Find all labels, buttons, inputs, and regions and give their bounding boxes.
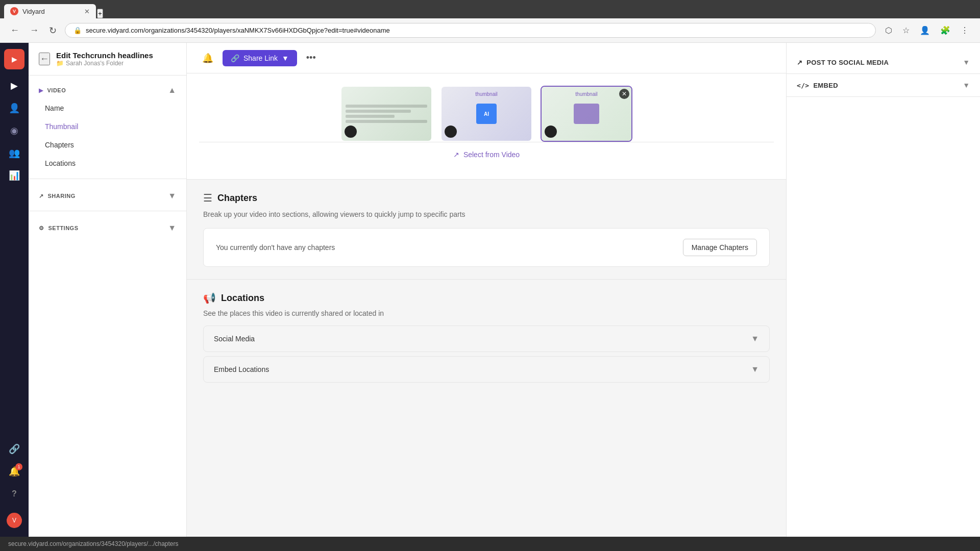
sidebar-item-team[interactable]: 👥 <box>4 143 24 163</box>
chapters-description: Break up your video into sections, allow… <box>203 209 770 220</box>
social-media-header[interactable]: Social Media ▼ <box>204 326 769 352</box>
thumbnail-grid: thumbnail AI thumbnail <box>199 86 774 142</box>
thumbnail-item-2[interactable]: thumbnail AI <box>440 86 532 142</box>
chapters-section: ☰ Chapters Break up your video into sect… <box>187 179 786 279</box>
browser-actions: ⬡ ☆ 👤 🧩 ⋮ <box>882 22 972 38</box>
cast-button[interactable]: ⬡ <box>882 22 895 38</box>
nav-section-sharing: ↗ SHARING ▼ <box>29 181 186 209</box>
nav-item-locations[interactable]: Locations <box>29 154 186 172</box>
sharing-section-header[interactable]: ↗ SHARING ▼ <box>29 185 186 205</box>
social-media-expandable[interactable]: Social Media ▼ <box>203 325 770 352</box>
thumbnail-play-indicator-2 <box>445 126 457 138</box>
locations-section: 📢 Locations See the places this video is… <box>187 279 786 396</box>
status-bar: secure.vidyard.com/organizations/3454320… <box>0 537 980 551</box>
nav-subtitle: 📁 Sarah Jonas's Folder <box>56 60 153 67</box>
social-media-chevron-icon: ▼ <box>751 334 759 343</box>
back-nav-button[interactable]: ← <box>8 23 21 38</box>
logo-icon: ▶ <box>12 55 17 63</box>
nav-item-name[interactable]: Name <box>29 99 186 117</box>
sidebar-item-insights[interactable]: 📊 <box>4 165 24 186</box>
nav-title: Edit Techcrunch headlines <box>56 51 153 60</box>
sidebar-item-analytics[interactable]: ◉ <box>4 120 24 141</box>
embed-chevron-icon: ▼ <box>963 81 970 89</box>
menu-button[interactable]: ⋮ <box>958 22 972 38</box>
contacts-icon: 👤 <box>9 103 20 114</box>
sidebar-item-video[interactable]: ▶ <box>4 76 24 96</box>
close-tab-icon[interactable]: ✕ <box>84 8 90 15</box>
locations-header: 📢 Locations <box>203 292 770 304</box>
chapters-empty-text: You currently don't have any chapters <box>216 243 335 252</box>
chapters-section-header: ☰ Chapters <box>203 192 770 204</box>
team-icon: 👥 <box>9 147 20 159</box>
locations-description: See the places this video is currently s… <box>203 309 770 317</box>
sharing-icon: ↗ <box>39 193 44 199</box>
chapters-title: Chapters <box>217 193 257 204</box>
post-social-icon: ↗ <box>797 59 802 66</box>
nav-header: ← Edit Techcrunch headlines 📁 Sarah Jona… <box>29 43 186 76</box>
nav-item-thumbnail[interactable]: Thumbnail <box>29 117 186 136</box>
nav-back-button[interactable]: ← <box>39 53 50 65</box>
embed-icon: </> <box>797 82 809 89</box>
settings-section-header[interactable]: ⚙ SETTINGS ▼ <box>29 217 186 237</box>
bell-button[interactable]: 🔔 <box>199 49 216 67</box>
social-media-label: Social Media <box>214 335 255 343</box>
thumb-line <box>346 110 411 113</box>
sidebar-item-integrations[interactable]: 🔗 <box>4 439 24 459</box>
manage-chapters-button[interactable]: Manage Chapters <box>683 239 757 256</box>
chapters-icon: ☰ <box>203 192 212 204</box>
nav-item-chapters[interactable]: Chapters <box>29 136 186 154</box>
thumbnail-play-indicator <box>345 126 357 138</box>
address-bar-row: ← → ↻ 🔒 secure.vidyard.com/organizations… <box>0 18 980 43</box>
locations-title: Locations <box>221 293 264 304</box>
bookmark-button[interactable]: ☆ <box>899 22 913 38</box>
thumb-line <box>346 105 427 108</box>
select-from-video-label: Select from Video <box>463 151 520 159</box>
address-bar[interactable]: 🔒 secure.vidyard.com/organizations/34543… <box>65 23 876 38</box>
tab-bar: V Vidyard ✕ + <box>0 0 980 18</box>
thumbnail-label-2: thumbnail <box>475 91 497 97</box>
icon-sidebar: ▶ ▶ 👤 ◉ 👥 📊 🔗 🔔 1 ? V <box>0 43 29 537</box>
sidebar-logo[interactable]: ▶ <box>4 49 24 69</box>
status-url: secure.vidyard.com/organizations/3454320… <box>8 540 179 547</box>
lock-icon: 🔒 <box>74 27 82 34</box>
sidebar-item-notifications[interactable]: 🔔 1 <box>4 461 24 482</box>
share-link-button[interactable]: 🔗 Share Link ▼ <box>223 50 297 66</box>
active-tab[interactable]: V Vidyard ✕ <box>4 4 96 18</box>
embed-locations-chevron-icon: ▼ <box>751 365 759 374</box>
thumbnail-item-1[interactable] <box>340 86 432 142</box>
embed-locations-header[interactable]: Embed Locations ▼ <box>204 357 769 382</box>
app-container: ▶ ▶ 👤 ◉ 👥 📊 🔗 🔔 1 ? V <box>0 43 980 537</box>
settings-section-toggle-icon: ▼ <box>168 223 176 233</box>
sidebar-item-contacts[interactable]: 👤 <box>4 98 24 118</box>
favicon: V <box>10 7 18 15</box>
more-actions-button[interactable]: ••• <box>303 49 319 66</box>
video-section-header[interactable]: ▶ VIDEO ▲ <box>29 80 186 99</box>
select-from-video-button[interactable]: ↗ Select from Video <box>199 142 774 167</box>
refresh-nav-button[interactable]: ↻ <box>47 23 59 38</box>
sidebar-item-brand[interactable]: V <box>4 510 24 531</box>
brand-icon: V <box>7 513 22 528</box>
url-text: secure.vidyard.com/organizations/3454320… <box>86 27 867 34</box>
embed-locations-expandable[interactable]: Embed Locations ▼ <box>203 356 770 383</box>
integrations-icon: 🔗 <box>9 443 20 455</box>
thumbnail-remove-button[interactable]: ✕ <box>619 89 629 99</box>
new-tab-button[interactable]: + <box>97 9 103 18</box>
tab-title: Vidyard <box>22 8 45 15</box>
thumb-line <box>346 120 427 123</box>
right-panel-embed[interactable]: </> EMBED ▼ <box>787 74 980 97</box>
right-panel: ↗ POST TO SOCIAL MEDIA ▼ </> EMBED ▼ <box>786 43 980 537</box>
profile-button[interactable]: 👤 <box>917 22 933 38</box>
nav-breadcrumb: Sarah Jonas's Folder <box>66 60 124 67</box>
nav-divider-1 <box>29 179 186 179</box>
locations-icon: 📢 <box>203 292 216 304</box>
settings-icon: ⚙ <box>39 225 44 232</box>
video-section-toggle-icon: ▲ <box>168 86 176 95</box>
right-panel-post-social[interactable]: ↗ POST TO SOCIAL MEDIA ▼ <box>787 51 980 74</box>
nav-section-video: ▶ VIDEO ▲ Name Thumbnail Chapters Locati… <box>29 76 186 177</box>
forward-nav-button[interactable]: → <box>28 23 41 38</box>
thumbnail-play-indicator-3 <box>545 126 557 138</box>
extensions-button[interactable]: 🧩 <box>937 22 953 38</box>
sidebar-item-help[interactable]: ? <box>4 484 24 504</box>
top-bar-actions: 🔔 🔗 Share Link ▼ ••• <box>199 49 319 67</box>
thumbnail-item-3[interactable]: thumbnail ✕ <box>541 86 632 142</box>
